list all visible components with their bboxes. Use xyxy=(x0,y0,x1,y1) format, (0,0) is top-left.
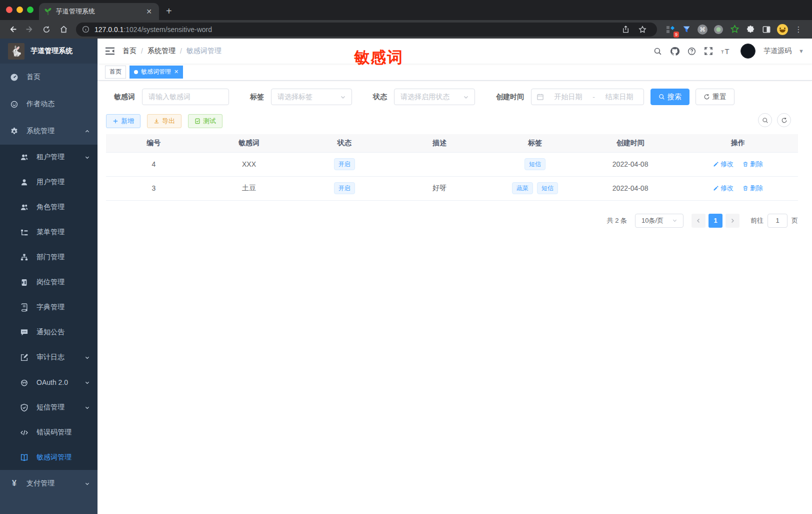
tag-select[interactable]: 请选择标签 xyxy=(271,89,352,105)
edit-log-icon xyxy=(20,353,28,362)
chevron-down-icon xyxy=(464,95,468,100)
current-page[interactable]: 1 xyxy=(708,214,722,228)
svg-text:T: T xyxy=(721,49,724,55)
extensions-puzzle-icon[interactable] xyxy=(744,23,757,36)
sidebar-item-label: 短信管理 xyxy=(36,403,64,412)
edit-link[interactable]: 修改 xyxy=(713,184,734,193)
user-caret-down-icon[interactable]: ▼ xyxy=(798,48,804,54)
url-bar[interactable]: 127.0.0.1:1024/system/sensitive-word xyxy=(76,23,657,37)
browser-menu-icon[interactable]: ⋮ xyxy=(792,23,805,36)
tab-sensitive-word[interactable]: 敏感词管理 ✕ xyxy=(130,66,183,79)
bookmark-star-icon[interactable] xyxy=(636,23,650,37)
date-range-picker[interactable]: 开始日期 - 结束日期 xyxy=(531,89,644,105)
new-tab-button[interactable]: + xyxy=(166,6,172,16)
profile-emoji-icon[interactable] xyxy=(776,23,789,36)
sidebar-item-system[interactable]: 系统管理 xyxy=(0,118,98,145)
fullscreen-icon[interactable] xyxy=(702,45,714,57)
refresh-button[interactable] xyxy=(777,113,791,127)
sidebar-collapse-icon[interactable] xyxy=(104,47,116,56)
sidebar-logo[interactable]: 🐇 芋道管理系统 xyxy=(0,39,98,64)
toggle-search-button[interactable] xyxy=(758,113,772,127)
sidebar-item-tenant[interactable]: 租户管理 xyxy=(0,145,98,170)
sidebar-item-user[interactable]: 用户管理 xyxy=(0,170,98,195)
page-size-select[interactable]: 10条/页 xyxy=(635,214,684,228)
status-badge: 开启 xyxy=(334,182,355,194)
tab-close-icon[interactable]: ✕ xyxy=(144,8,154,16)
cell-id: 3 xyxy=(106,176,202,200)
forward-icon[interactable] xyxy=(22,23,36,37)
share-icon[interactable] xyxy=(618,23,632,37)
cell-word: 土豆 xyxy=(202,176,297,200)
red-annotation: 敏感词 xyxy=(354,47,404,68)
sidebar-item-label: 作者动态 xyxy=(26,100,54,109)
delete-link[interactable]: 删除 xyxy=(742,184,763,193)
sidebar-item-author-news[interactable]: 作者动态 xyxy=(0,91,98,118)
edit-link[interactable]: 修改 xyxy=(713,160,734,169)
sidebar-item-oauth[interactable]: OAuth 2.0 xyxy=(0,370,98,395)
cell-status: 开启 xyxy=(296,152,392,176)
cell-actions: 修改 删除 xyxy=(678,176,798,200)
sidebar-item-label: 支付管理 xyxy=(26,479,54,488)
tab-home[interactable]: 首页 xyxy=(105,66,126,79)
tag-badge: 短信 xyxy=(524,158,546,170)
sidebar-item-label: 岗位管理 xyxy=(36,278,64,287)
extension-command-icon[interactable]: ⌘ xyxy=(696,23,709,36)
users-icon xyxy=(20,153,28,162)
keyword-input[interactable]: 请输入敏感词 xyxy=(142,89,229,105)
sidebar-item-dept[interactable]: 部门管理 xyxy=(0,245,98,270)
sidebar-item-notice[interactable]: 通知公告 xyxy=(0,320,98,345)
export-button[interactable]: 导出 xyxy=(147,114,182,128)
goto-page-input[interactable]: 1 xyxy=(768,214,788,228)
extension-green-star-icon[interactable] xyxy=(728,23,741,36)
breadcrumb-system[interactable]: 系统管理 xyxy=(148,47,176,56)
reset-button[interactable]: 重置 xyxy=(696,89,734,105)
sidebar-item-menu[interactable]: 菜单管理 xyxy=(0,220,98,245)
home-icon[interactable] xyxy=(56,23,70,37)
search-icon[interactable] xyxy=(652,45,664,57)
sidebar-item-label: 审计日志 xyxy=(36,353,64,362)
users-icon xyxy=(20,203,28,212)
font-size-icon[interactable]: TT xyxy=(720,45,732,57)
help-icon[interactable] xyxy=(686,45,698,57)
delete-link[interactable]: 删除 xyxy=(742,160,763,169)
menu-tree-icon xyxy=(20,228,28,237)
sidebar-item-role[interactable]: 角色管理 xyxy=(0,195,98,220)
sidebar-item-dict[interactable]: 字典管理 xyxy=(0,295,98,320)
add-button[interactable]: 新增 xyxy=(106,114,140,128)
sidebar-item-sms[interactable]: 短信管理 xyxy=(0,395,98,420)
close-window-button[interactable] xyxy=(6,7,12,13)
github-icon[interactable] xyxy=(668,45,680,57)
browser-toolbar: 127.0.0.1:1024/system/sensitive-word 9 ⌘ xyxy=(0,20,812,39)
site-info-icon[interactable] xyxy=(82,26,90,33)
extension-grid-icon[interactable]: 9 xyxy=(664,23,677,36)
badge-icon xyxy=(20,278,28,287)
extension-record-icon[interactable] xyxy=(712,23,725,36)
next-page-button[interactable] xyxy=(726,214,740,228)
cell-description: 好呀 xyxy=(392,176,488,200)
total-count: 共 2 条 xyxy=(607,216,627,225)
browser-tab[interactable]: 芋道管理系统 ✕ xyxy=(39,3,159,20)
sidebar-item-post[interactable]: 岗位管理 xyxy=(0,270,98,295)
column-header: 描述 xyxy=(392,134,488,152)
zoom-window-button[interactable] xyxy=(27,7,34,13)
table-toolbar: 新增 导出 测试 xyxy=(106,114,798,128)
breadcrumb-home[interactable]: 首页 xyxy=(122,47,136,56)
sidebar-item-sensitive-word[interactable]: 敏感词管理 xyxy=(0,445,98,470)
back-icon[interactable] xyxy=(6,23,20,37)
tab-close-icon[interactable]: ✕ xyxy=(174,69,178,75)
extension-funnel-icon[interactable] xyxy=(680,23,693,36)
table-row: 3 土豆 开启 好呀 蔬菜短信 2022-04-08 修改 删除 xyxy=(106,176,798,200)
prev-page-button[interactable] xyxy=(692,214,706,228)
reload-icon[interactable] xyxy=(40,23,54,37)
test-button[interactable]: 测试 xyxy=(188,114,222,128)
sidebar-item-errcode[interactable]: 错误码管理 xyxy=(0,420,98,445)
navbar-actions: TT 芋道源码 ▼ xyxy=(652,44,804,59)
status-select[interactable]: 请选择启用状态 xyxy=(394,89,475,105)
sidebar-item-pay[interactable]: ¥ 支付管理 xyxy=(0,470,98,497)
split-view-icon[interactable] xyxy=(760,23,773,36)
minimize-window-button[interactable] xyxy=(16,7,23,13)
sidebar-item-audit-log[interactable]: 审计日志 xyxy=(0,345,98,370)
search-button[interactable]: 搜索 xyxy=(650,89,690,105)
sidebar-item-home[interactable]: 首页 xyxy=(0,64,98,91)
user-avatar[interactable] xyxy=(740,44,756,59)
